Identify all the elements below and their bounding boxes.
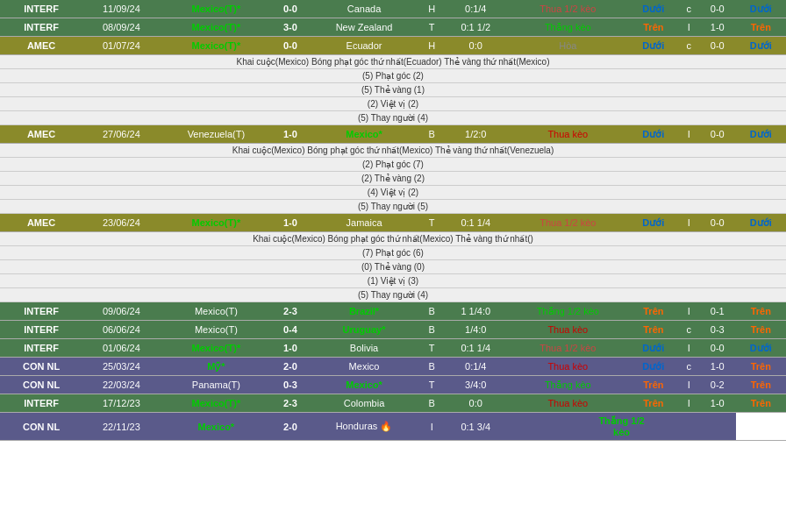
over-under: Dưới xyxy=(628,339,678,358)
venue: T xyxy=(419,376,444,394)
match-date: 01/06/24 xyxy=(82,339,160,358)
marker: I xyxy=(679,18,699,37)
marker: I xyxy=(679,394,699,413)
trend: Dưới xyxy=(736,37,786,55)
detail-text: (5) Phạt góc (2) xyxy=(0,69,786,83)
detail-text: Khai cuộc(Mexico) Bóng phạt góc thứ nhất… xyxy=(0,232,786,246)
result: Thua 1/2 kèo xyxy=(507,0,628,18)
match-type: INTERF xyxy=(0,18,82,37)
team1: Mexico(T)* xyxy=(161,37,273,55)
score2: 0-0 xyxy=(699,125,736,144)
match-type: INTERF xyxy=(0,302,82,321)
team1: Mexico(T)* xyxy=(161,18,273,37)
score2: 1-0 xyxy=(699,394,736,413)
ht-score: 0:1/4 xyxy=(444,358,507,376)
venue: B xyxy=(419,125,444,144)
match-type: INTERF xyxy=(0,321,82,339)
match-score: 0-3 xyxy=(272,376,309,394)
table-row: INTERF 11/09/24 Mexico(T)* 0-0 Canada H … xyxy=(0,0,786,18)
trend: Trên xyxy=(736,302,786,321)
detail-row: (2) Thẻ vàng (2) xyxy=(0,172,786,186)
detail-text: (1) Việt vị (3) xyxy=(0,274,786,288)
marker: I xyxy=(679,339,699,358)
team1: Mỹ* xyxy=(161,358,273,376)
team2: Jamaica xyxy=(309,214,420,232)
ht-score: 1/2:0 xyxy=(444,125,507,144)
detail-row: (5) Phạt góc (2) xyxy=(0,69,786,83)
venue: I xyxy=(419,413,444,441)
detail-text: Khai cuộc(Mexico) Bóng phạt góc thứ nhất… xyxy=(0,55,786,69)
venue: T xyxy=(419,18,444,37)
match-type: AMEC xyxy=(0,214,82,232)
team1: Panama(T) xyxy=(161,376,273,394)
match-score: 0-4 xyxy=(272,321,309,339)
result: Thua 1/2 kèo xyxy=(507,339,628,358)
detail-row: Khai cuộc(Mexico) Bóng phạt góc thứ nhất… xyxy=(0,232,786,246)
detail-row: (2) Việt vị (2) xyxy=(0,97,786,111)
team1: Mexico(T)* xyxy=(161,214,273,232)
table-row: INTERF 01/06/24 Mexico(T)* 1-0 Bolivia T… xyxy=(0,339,786,358)
team1: Mexico(T)* xyxy=(161,0,273,18)
marker: I xyxy=(679,214,699,232)
team1: Mexico(T) xyxy=(161,321,273,339)
ht-score: 0:1/4 xyxy=(444,0,507,18)
detail-row: (2) Phạt góc (7) xyxy=(0,158,786,172)
detail-text: (0) Thẻ vàng (0) xyxy=(0,260,786,274)
trend: Trên xyxy=(736,18,786,37)
result: Thắng kèo xyxy=(507,376,628,394)
score2: 0-1 xyxy=(699,302,736,321)
result: Thắng 1/2 kèo xyxy=(507,302,628,321)
match-type: AMEC xyxy=(0,125,82,144)
trend: Trên xyxy=(736,376,786,394)
over-under: Dưới xyxy=(628,125,678,144)
ht-score: 0:0 xyxy=(444,394,507,413)
trend: Trên xyxy=(736,321,786,339)
match-date: 06/06/24 xyxy=(82,321,160,339)
marker: I xyxy=(679,125,699,144)
match-date: 23/06/24 xyxy=(82,214,160,232)
team2: Mexico xyxy=(309,358,420,376)
detail-row: (5) Thẻ vàng (1) xyxy=(0,83,786,97)
marker: I xyxy=(679,376,699,394)
detail-text: (2) Phạt góc (7) xyxy=(0,158,786,172)
marker: c xyxy=(679,321,699,339)
over-under: Trên xyxy=(628,394,678,413)
team2: Mexico* xyxy=(309,125,420,144)
ht-score: 0:1 3/4 xyxy=(444,413,507,441)
match-score: 1-0 xyxy=(272,339,309,358)
detail-row: (5) Thay người (4) xyxy=(0,288,786,302)
team2: Ecuador xyxy=(309,37,420,55)
detail-text: (5) Thay người (4) xyxy=(0,288,786,302)
table-row: INTERF 09/06/24 Mexico(T) 2-3 Brazil* B … xyxy=(0,302,786,321)
detail-text: (2) Việt vị (2) xyxy=(0,97,786,111)
result: Thắng kèo xyxy=(507,18,628,37)
team2: Mexico* xyxy=(309,376,420,394)
score2: 0-0 xyxy=(699,0,736,18)
over-under: Dưới xyxy=(628,214,678,232)
team1: Mexico(T) xyxy=(161,302,273,321)
venue: B xyxy=(419,358,444,376)
detail-row: (5) Thay người (4) xyxy=(0,111,786,125)
table-row: CON NL 25/03/24 Mỹ* 2-0 Mexico B 0:1/4 T… xyxy=(0,358,786,376)
match-score: 2-0 xyxy=(272,358,309,376)
team1: Venezuela(T) xyxy=(161,125,273,144)
team2: Bolivia xyxy=(309,339,420,358)
match-type: INTERF xyxy=(0,394,82,413)
result: Thua kèo xyxy=(507,358,628,376)
table-row: CON NL 22/11/23 Mexico* 2-0 Honduras 🔥 I… xyxy=(0,413,786,441)
detail-row: (4) Việt vị (2) xyxy=(0,186,786,200)
result: Thua kèo xyxy=(507,321,628,339)
table-row: AMEC 27/06/24 Venezuela(T) 1-0 Mexico* B… xyxy=(0,125,786,144)
team1: Mexico* xyxy=(161,413,273,441)
match-date: 11/09/24 xyxy=(82,0,160,18)
over-under: Dưới xyxy=(628,0,678,18)
venue: B xyxy=(419,302,444,321)
detail-row: (1) Việt vị (3) xyxy=(0,274,786,288)
team2: Honduras 🔥 xyxy=(309,413,420,441)
matches-table: INTERF 11/09/24 Mexico(T)* 0-0 Canada H … xyxy=(0,0,786,441)
team1: Mexico(T)* xyxy=(161,394,273,413)
marker: I xyxy=(679,302,699,321)
score2: 1-0 xyxy=(699,18,736,37)
detail-row: (7) Phạt góc (6) xyxy=(0,246,786,260)
ht-score: 0:1 1/4 xyxy=(444,214,507,232)
